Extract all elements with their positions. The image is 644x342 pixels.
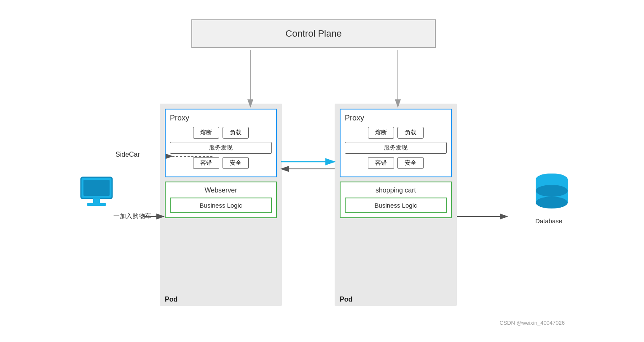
- btn-rongcuo-right: 容错: [368, 157, 394, 169]
- watermark: CSDN @weixin_40047026: [499, 320, 565, 326]
- computer-icon: [78, 175, 115, 209]
- proxy-box-left: Proxy 熔断 负载 服务发现 容错 安全: [165, 109, 277, 177]
- btn-rongduan-left: 熔断: [193, 127, 219, 139]
- app-inner-right: Business Logic: [345, 198, 447, 213]
- proxy-buttons-row3-right: 容错 安全: [345, 157, 447, 169]
- pod-label-right: Pod: [340, 296, 352, 303]
- proxy-title-right: Proxy: [345, 114, 447, 123]
- svg-rect-2: [93, 198, 100, 203]
- btn-anquan-left: 安全: [223, 157, 249, 169]
- btn-fuzai-left: 负载: [223, 127, 249, 139]
- control-plane-box: Control Plane: [191, 19, 436, 48]
- proxy-buttons-row1-left: 熔断 负载: [170, 127, 272, 139]
- control-plane-label: Control Plane: [285, 28, 341, 39]
- proxy-box-right: Proxy 熔断 负载 服务发现 容错 安全: [340, 109, 452, 177]
- proxy-title-left: Proxy: [170, 114, 272, 123]
- database-label: Database: [532, 217, 566, 224]
- svg-rect-1: [83, 180, 110, 196]
- sidecar-label: SideCar: [115, 151, 140, 158]
- svg-point-6: [536, 197, 568, 208]
- pod-label-left: Pod: [165, 296, 177, 303]
- btn-fuzai-right: 负载: [397, 127, 424, 139]
- btn-rongcuo-left: 容错: [193, 157, 219, 169]
- btn-fuwu-right: 服务发现: [345, 142, 447, 154]
- diagram-container: Control Plane Proxy 熔断 负载 服务发现 容错 安全 Web…: [0, 0, 644, 342]
- btn-rongduan-right: 熔断: [368, 127, 394, 139]
- pod-left: Proxy 熔断 负载 服务发现 容错 安全 Webserver Busines…: [160, 104, 282, 306]
- app-box-left: Webserver Business Logic: [165, 182, 277, 218]
- pod-right: Proxy 熔断 负载 服务发现 容错 安全 shopping cart Bus…: [335, 104, 457, 306]
- svg-point-8: [536, 174, 568, 185]
- diagram-inner: Control Plane Proxy 熔断 负载 服务发现 容错 安全 Web…: [69, 11, 575, 331]
- proxy-buttons-row1-right: 熔断 负载: [345, 127, 447, 139]
- database-icon-svg: [533, 171, 571, 215]
- app-inner-left: Business Logic: [170, 198, 272, 213]
- svg-point-7: [536, 185, 568, 197]
- btn-fuwu-left: 服务发现: [170, 142, 272, 154]
- arrows-svg: [69, 11, 575, 331]
- svg-rect-3: [87, 203, 106, 206]
- proxy-buttons-row3-left: 容错 安全: [170, 157, 272, 169]
- cart-label: 一加入购物车→: [113, 212, 158, 220]
- app-title-left: Webserver: [170, 187, 272, 194]
- app-box-right: shopping cart Business Logic: [340, 182, 452, 218]
- btn-anquan-right: 安全: [397, 157, 424, 169]
- app-title-right: shopping cart: [345, 187, 447, 194]
